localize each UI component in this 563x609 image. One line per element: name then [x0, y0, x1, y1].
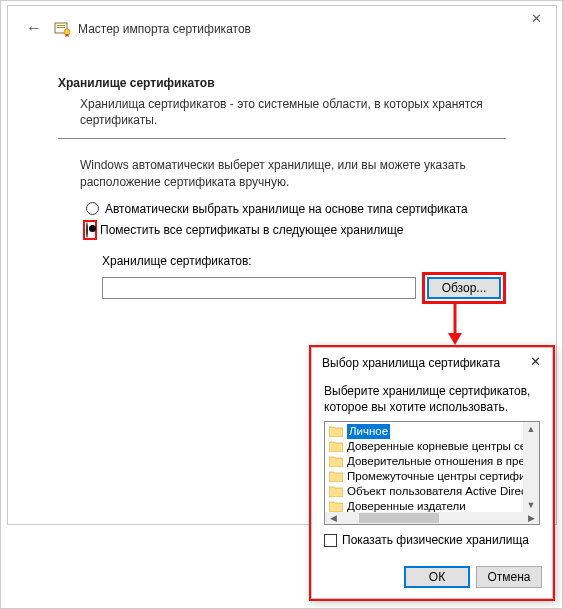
tree-item-label: Доверенные корневые центры сертифика: [347, 439, 540, 454]
scroll-right-icon[interactable]: ▶: [523, 511, 539, 525]
highlight-box: Обзор...: [422, 272, 506, 304]
tree-item-intermediate[interactable]: Промежуточные центры сертификации: [327, 469, 537, 484]
popup-instruction: Выберите хранилище сертификатов, которое…: [312, 376, 552, 421]
cancel-button[interactable]: Отмена: [476, 566, 542, 588]
store-row: Обзор...: [58, 272, 506, 304]
select-store-dialog: Выбор хранилища сертификата ✕ Выберите х…: [309, 345, 555, 601]
radio-place-all[interactable]: Поместить все сертификаты в следующее хр…: [86, 220, 506, 240]
divider: [58, 138, 506, 139]
store-tree: Личное Доверенные корневые центры сертиф…: [324, 421, 540, 525]
scrollbar-horizontal[interactable]: ◀ ▶: [325, 512, 539, 524]
checkbox-icon: [324, 534, 337, 547]
folder-icon: [329, 456, 343, 467]
scroll-thumb[interactable]: [359, 513, 439, 523]
tree-list: Личное Доверенные корневые центры сертиф…: [325, 422, 539, 516]
folder-icon: [329, 426, 343, 437]
popup-title: Выбор хранилища сертификата: [322, 356, 500, 370]
tree-item-ad-user[interactable]: Объект пользователя Active Directory: [327, 484, 537, 499]
radio-label: Автоматически выбрать хранилище на основ…: [105, 202, 468, 216]
show-physical-checkbox[interactable]: Показать физические хранилища: [312, 525, 552, 547]
instruction-text: Windows автоматически выберет хранилище,…: [58, 157, 506, 201]
popup-titlebar: Выбор хранилища сертификата ✕: [312, 348, 552, 376]
ok-button[interactable]: ОК: [404, 566, 470, 588]
folder-icon: [329, 441, 343, 452]
tree-item-enterprise-trust[interactable]: Доверительные отношения в предприяти: [327, 454, 537, 469]
folder-icon: [329, 486, 343, 497]
scroll-up-icon[interactable]: ▲: [523, 422, 539, 436]
checkbox-label: Показать физические хранилища: [342, 533, 529, 547]
radio-label: Поместить все сертификаты в следующее хр…: [100, 223, 403, 237]
folder-icon: [329, 471, 343, 482]
tree-item-label: Объект пользователя Active Directory: [347, 484, 540, 499]
radio-icon: [86, 222, 88, 238]
tree-item-label: Личное: [347, 424, 390, 439]
popup-button-row: ОК Отмена: [404, 566, 542, 588]
wizard-title: Мастер импорта сертификатов: [78, 22, 251, 36]
scroll-down-icon[interactable]: ▼: [523, 498, 539, 512]
back-arrow-icon[interactable]: ←: [26, 20, 44, 38]
tree-item-label: Доверительные отношения в предприяти: [347, 454, 540, 469]
wizard-body: Хранилище сертификатов Хранилища сертифи…: [8, 46, 556, 314]
section-heading: Хранилище сертификатов: [58, 76, 506, 90]
section-description: Хранилища сертификатов - это системные о…: [58, 96, 506, 134]
radio-auto-select[interactable]: Автоматически выбрать хранилище на основ…: [86, 202, 506, 216]
close-icon[interactable]: ✕: [526, 10, 546, 30]
tree-item-personal[interactable]: Личное: [327, 424, 537, 439]
highlight-box: [83, 220, 97, 240]
radio-icon: [86, 202, 99, 215]
scroll-left-icon[interactable]: ◀: [325, 511, 341, 525]
tree-item-trusted-root[interactable]: Доверенные корневые центры сертифика: [327, 439, 537, 454]
wizard-titlebar: ← Мастер импорта сертификатов: [8, 6, 556, 46]
tree-item-label: Промежуточные центры сертификации: [347, 469, 540, 484]
browse-button[interactable]: Обзор...: [427, 277, 501, 299]
radio-group: Автоматически выбрать хранилище на основ…: [58, 202, 506, 240]
store-input[interactable]: [102, 277, 416, 299]
scrollbar-vertical[interactable]: ▲ ▼: [523, 422, 539, 512]
svg-rect-1: [57, 25, 65, 26]
close-icon[interactable]: ✕: [526, 354, 544, 372]
svg-rect-2: [57, 27, 65, 28]
store-field-label: Хранилище сертификатов:: [58, 244, 506, 272]
certificate-icon: [54, 20, 72, 38]
